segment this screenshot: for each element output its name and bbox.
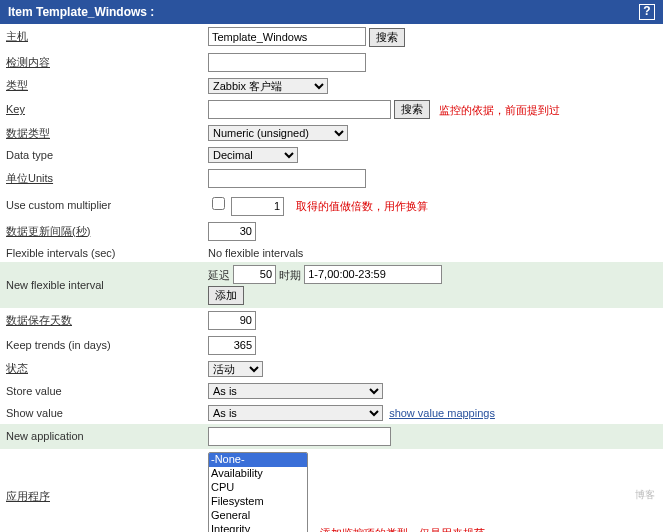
- show-value-mappings-link[interactable]: show value mappings: [389, 407, 495, 419]
- label-storev: Store value: [0, 380, 202, 402]
- app-option[interactable]: Availability: [209, 467, 307, 481]
- label-showv: Show value: [0, 402, 202, 424]
- annot-apps: 添加监控项的类型，仅是用来规范: [320, 527, 485, 532]
- multiplier-input[interactable]: [231, 197, 284, 216]
- app-option[interactable]: Filesystem: [209, 495, 307, 509]
- flexdelay-label: 延迟: [208, 268, 230, 280]
- key-search-button[interactable]: 搜索: [394, 100, 430, 119]
- label-trends: Keep trends (in days): [0, 333, 202, 358]
- multiplier-checkbox[interactable]: [212, 197, 225, 210]
- label-desc: 检测内容: [0, 50, 202, 75]
- label-datatype: Data type: [0, 144, 202, 166]
- label-newapp: New application: [0, 424, 202, 449]
- label-host: 主机: [0, 24, 202, 50]
- flex-add-button[interactable]: 添加: [208, 286, 244, 305]
- label-delay: 数据更新间隔(秒): [0, 219, 202, 244]
- datatype-select[interactable]: Decimal: [208, 147, 298, 163]
- showvalue-select[interactable]: As is: [208, 405, 383, 421]
- delay-input[interactable]: [208, 222, 256, 241]
- label-infotype: 数据类型: [0, 122, 202, 144]
- newapp-input[interactable]: [208, 427, 391, 446]
- app-option[interactable]: Integrity: [209, 523, 307, 532]
- flexdelay-input[interactable]: [233, 265, 276, 284]
- flexperiod-label: 时期: [279, 268, 301, 280]
- watermark: 博客: [635, 488, 655, 502]
- host-input[interactable]: [208, 27, 366, 46]
- desc-input[interactable]: [208, 53, 366, 72]
- annot-key: 监控的依据，前面提到过: [439, 103, 560, 115]
- units-input[interactable]: [208, 169, 366, 188]
- storevalue-select[interactable]: As is: [208, 383, 383, 399]
- key-input[interactable]: [208, 100, 391, 119]
- history-input[interactable]: [208, 311, 256, 330]
- label-flex: Flexible intervals (sec): [0, 244, 202, 262]
- label-type: 类型: [0, 75, 202, 97]
- app-option[interactable]: General: [209, 509, 307, 523]
- label-multiplier: Use custom multiplier: [0, 191, 202, 219]
- label-key: Key: [0, 97, 202, 123]
- label-history: 数据保存天数: [0, 308, 202, 333]
- label-status: 状态: [0, 358, 202, 380]
- infotype-select[interactable]: Numeric (unsigned): [208, 125, 348, 141]
- app-option[interactable]: -None-: [209, 453, 307, 467]
- flex-none: No flexible intervals: [202, 244, 663, 262]
- flexperiod-input[interactable]: [304, 265, 442, 284]
- applications-select[interactable]: -None-AvailabilityCPUFilesystemGeneralIn…: [208, 452, 308, 533]
- host-search-button[interactable]: 搜索: [369, 28, 405, 47]
- status-select[interactable]: 活动: [208, 361, 263, 377]
- help-icon[interactable]: ?: [639, 4, 655, 20]
- label-units: 单位Units: [0, 166, 202, 191]
- label-apps: 应用程序: [0, 449, 202, 533]
- label-newflex: New flexible interval: [0, 262, 202, 308]
- annot-mult: 取得的值做倍数，用作换算: [296, 200, 428, 212]
- page-title: Item Template_Windows :: [8, 5, 154, 19]
- type-select[interactable]: Zabbix 客户端: [208, 78, 328, 94]
- trends-input[interactable]: [208, 336, 256, 355]
- app-option[interactable]: CPU: [209, 481, 307, 495]
